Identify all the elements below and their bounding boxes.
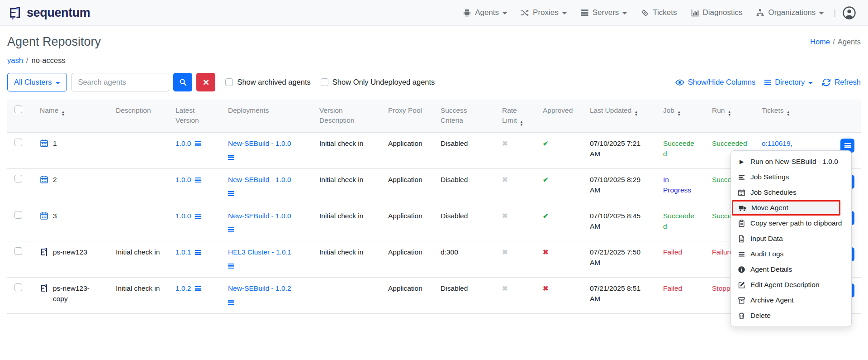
deployment-link[interactable]: New-SEBuild - 1.0.0 [228,212,291,220]
agent-name[interactable]: ps-new123 [53,247,87,257]
sort-icon: ▲▼ [677,111,681,116]
success-criteria: d:300 [433,241,495,278]
nav-organizations[interactable]: Organizations [756,8,824,17]
folder-root-link[interactable]: yash [7,56,23,64]
header-proxy-pool: Proxy Pool [381,99,433,133]
agent-repository-screen: sequentum Agents [0,0,868,360]
info-icon [738,266,745,274]
menu-item-job-schedules[interactable]: Job Schedules [731,185,851,200]
undeployed-checkbox-group[interactable]: Show Only Undeployed agents [321,78,435,86]
agent-name[interactable]: 1 [53,139,57,149]
calendar-icon [40,175,48,184]
show-hide-columns-button[interactable]: Show/Hide Columns [675,78,755,87]
header-name[interactable]: Name▲▼ [33,99,109,133]
ticket-icon [640,9,649,17]
agent-description: Initial check in [109,278,168,314]
chevron-down-icon [622,12,627,14]
deployment-menu-icon[interactable] [228,300,234,305]
menu-item-input-data[interactable]: Input Data [731,231,851,246]
menu-item-copy-server-path[interactable]: Copy server path to clipboard [731,216,851,231]
archived-checkbox[interactable] [225,78,233,86]
bar-chart-icon [691,9,699,17]
header-run[interactable]: Run▲▼ [705,99,754,133]
nav-divider: | [834,8,836,18]
deployment-menu-icon[interactable] [228,155,234,160]
header-tickets[interactable]: Tickets▲▼ [754,99,810,133]
menu-item-audit-logs[interactable]: Audit Logs [731,246,851,262]
menu-item-delete[interactable]: Delete [731,308,851,323]
search-button[interactable] [173,73,192,91]
refresh-button[interactable]: Refresh [822,78,861,87]
latest-version-link[interactable]: 1.0.0 [175,176,191,183]
last-updated: 07/10/2025 7:21 AM [583,133,656,169]
rate-limit-none-icon: ✖ [502,248,508,256]
brand-logo[interactable]: sequentum [8,5,90,20]
latest-version-link[interactable]: 1.0.2 [175,284,191,292]
calendar-icon [40,211,48,220]
refresh-icon [822,78,831,87]
nav-servers[interactable]: Servers [580,8,627,17]
version-menu-icon[interactable] [195,250,201,255]
archived-checkbox-group[interactable]: Show archived agents [225,78,310,86]
version-menu-icon[interactable] [195,141,201,146]
menu-item-edit-agent-description[interactable]: Edit Agent Description [731,277,851,293]
clear-search-button[interactable] [196,73,215,91]
version-menu-icon[interactable] [195,178,201,182]
menu-item-move-agent[interactable]: Move Agent [732,200,840,216]
select-all-checkbox[interactable] [14,106,22,113]
deployment-link[interactable]: New-SEBuild - 1.0.0 [228,176,291,183]
deployment-link[interactable]: New-SEBuild - 1.0.2 [228,284,291,292]
archive-icon [738,297,745,304]
directory-dropdown[interactable]: Directory [764,78,813,86]
menu-item-archive-agent[interactable]: Archive Agent [731,293,851,308]
nav-tickets[interactable]: Tickets [640,8,677,17]
brand-name: sequentum [27,6,90,20]
latest-version-link[interactable]: 1.0.1 [175,248,191,256]
row-checkbox[interactable] [14,283,22,291]
page-title: Agent Repository [7,35,101,49]
latest-version-link[interactable]: 1.0.0 [175,139,191,147]
deployment-menu-icon[interactable] [228,227,234,232]
rate-limit-none-icon: ✖ [502,212,508,220]
deployment-menu-icon[interactable] [228,264,234,269]
menu-item-run[interactable]: ▶ Run on New-SEBuild - 1.0.0 [731,154,851,169]
folder-path: yash/no-access [7,56,861,65]
header-rate-limit[interactable]: Rate Limit▲▼ [495,99,536,133]
nav-proxies[interactable]: Proxies [521,8,567,17]
header-job[interactable]: Job▲▼ [656,99,705,133]
agent-name[interactable]: 2 [53,175,57,185]
approved-icon: ✖ [543,284,549,292]
row-checkbox[interactable] [14,139,22,146]
menu-item-agent-details[interactable]: Agent Details [731,262,851,277]
undeployed-checkbox[interactable] [321,78,328,86]
chevron-down-icon [808,82,813,84]
breadcrumb-home-link[interactable]: Home [810,38,830,46]
version-description: Initial check in [312,205,381,241]
header-deployments: Deployments [221,99,312,133]
nav-agents[interactable]: Agents [463,8,507,17]
shuffle-icon [521,9,529,17]
approved-icon: ✖ [543,248,549,256]
deployment-menu-icon[interactable] [228,191,234,196]
servers-icon [580,9,589,17]
agent-name[interactable]: 3 [53,211,57,221]
user-avatar[interactable] [842,6,856,20]
version-menu-icon[interactable] [195,214,201,219]
latest-version-link[interactable]: 1.0.0 [175,212,191,220]
row-checkbox[interactable] [14,247,22,255]
cluster-filter-dropdown[interactable]: All Clusters [7,73,67,91]
header-last-updated[interactable]: Last Updated▲▼ [583,99,656,133]
row-checkbox[interactable] [14,211,22,219]
menu-item-job-settings[interactable]: Job Settings [731,169,851,185]
version-menu-icon[interactable] [195,286,201,291]
success-criteria: Disabled [433,205,495,241]
nav-diagnostics[interactable]: Diagnostics [691,8,743,17]
version-description [312,278,381,314]
deployment-link[interactable]: New-SEBuild - 1.0.0 [228,139,291,147]
agent-name[interactable]: ps-new123-copy [53,283,101,304]
row-checkbox[interactable] [14,175,22,182]
job-status: Succeeded [663,139,694,157]
deployment-link[interactable]: HEL3 Cluster - 1.0.1 [228,248,291,256]
search-input[interactable] [71,73,169,91]
header-actions [810,99,861,133]
